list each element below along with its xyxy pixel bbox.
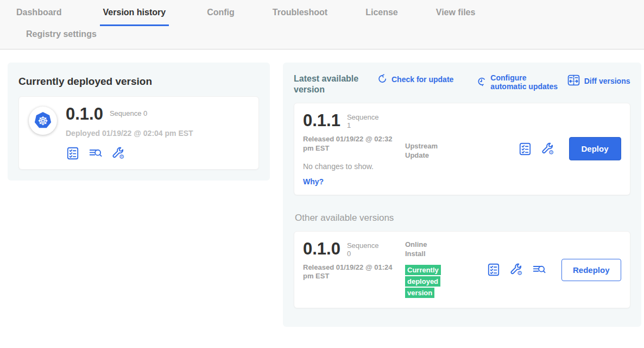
latest-available-header: Latest available version Check for updat… [294, 73, 630, 95]
svg-text:⚙: ⚙ [517, 270, 522, 277]
top-nav: Dashboard Version history Config Trouble… [0, 0, 644, 49]
svg-text:⚙: ⚙ [548, 149, 553, 156]
deployed-version-row: 0.1.0 Sequence 0 [66, 105, 193, 122]
other-version-number: 0.1.0 [303, 240, 340, 257]
tab-dashboard[interactable]: Dashboard [16, 8, 62, 26]
other-available-versions-title: Other available versions [295, 213, 630, 223]
deployed-sequence-label: Sequence 0 [110, 105, 147, 118]
tab-config[interactable]: Config [207, 8, 235, 26]
top-nav-row-1: Dashboard Version history Config Trouble… [16, 8, 644, 26]
latest-version-info: 0.1.1 Sequence 1 Released 01/19/22 @ 02:… [303, 112, 405, 186]
deploy-button[interactable]: Deploy [569, 137, 621, 160]
deployed-version-card: ☸ 0.1.0 Sequence 0 Deployed 01/19/22 @ 0… [18, 96, 259, 170]
upstream-update-label: Upstream Update [405, 142, 449, 160]
tab-license[interactable]: License [365, 8, 398, 26]
top-nav-row-2: Registry settings [16, 26, 644, 49]
latest-version-number: 0.1.1 [303, 112, 340, 129]
other-version-source: Online Install Currently deployed versio… [405, 240, 487, 299]
other-version-actions: ⚙ Redeploy [487, 259, 621, 281]
diff-icon [567, 73, 580, 89]
why-link[interactable]: Why? [303, 177, 405, 186]
latest-available-title: Latest available version [294, 73, 363, 95]
svg-text:☸: ☸ [37, 114, 48, 128]
config-wrench-gear-icon[interactable]: ⚙ [541, 142, 555, 156]
latest-sequence-label: Sequence 1 [347, 112, 383, 130]
deploy-logs-icon[interactable] [532, 263, 546, 277]
schedule-update-icon [476, 76, 487, 88]
deployed-version-number: 0.1.0 [66, 105, 103, 122]
other-version-card: 0.1.0 Sequence 0 Released 01/19/22 @ 01:… [294, 231, 630, 308]
svg-text:⚙: ⚙ [119, 153, 124, 160]
config-wrench-gear-icon[interactable]: ⚙ [509, 263, 523, 277]
tab-view-files[interactable]: View files [436, 8, 476, 26]
latest-version-card: 0.1.1 Sequence 1 Released 01/19/22 @ 02:… [294, 103, 630, 195]
config-wrench-gear-icon[interactable]: ⚙ [111, 146, 125, 160]
check-for-update-label: Check for update [392, 75, 453, 84]
currently-deployed-badge-wrap: Currently deployed version [405, 265, 444, 299]
other-sequence-label: Sequence 0 [347, 240, 383, 258]
preflight-checklist-icon[interactable] [487, 263, 501, 277]
tab-troubleshoot[interactable]: Troubleshoot [273, 8, 327, 26]
other-released-timestamp: Released 01/19/22 @ 01:24 pm EST [303, 263, 398, 282]
currently-deployed-badge: Currently deployed version [405, 265, 441, 298]
latest-released-timestamp: Released 01/19/22 @ 02:32 pm EST [303, 135, 398, 153]
diff-versions-label: Diff versions [584, 77, 630, 85]
refresh-ccw-icon [377, 73, 388, 85]
no-changes-text: No changes to show. [303, 162, 405, 171]
tab-version-history[interactable]: Version history [100, 8, 169, 26]
deploy-logs-icon[interactable] [89, 146, 103, 160]
preflight-checklist-icon[interactable] [518, 142, 532, 156]
configure-automatic-updates-link[interactable]: Configure automatic updates [476, 73, 561, 91]
latest-available-panel: Latest available version Check for updat… [283, 63, 641, 327]
currently-deployed-title: Currently deployed version [18, 76, 259, 88]
tab-registry-settings[interactable]: Registry settings [26, 29, 606, 39]
latest-version-source: Upstream Update [405, 112, 487, 186]
main-content: Currently deployed version ☸ 0.1.0 Seque… [0, 49, 644, 327]
preflight-checklist-icon[interactable] [66, 146, 80, 160]
redeploy-button[interactable]: Redeploy [561, 259, 621, 281]
deployed-action-icons: ⚙ [66, 146, 193, 160]
online-install-label: Online Install [405, 240, 449, 259]
diff-versions-link[interactable]: Diff versions [567, 73, 630, 89]
configure-automatic-updates-label: Configure automatic updates [490, 73, 561, 91]
latest-version-actions: ⚙ Deploy [518, 137, 621, 160]
deployed-timestamp: Deployed 01/19/22 @ 02:04 pm EST [66, 129, 193, 138]
other-version-info: 0.1.0 Sequence 0 Released 01/19/22 @ 01:… [303, 240, 405, 299]
deployed-version-details: 0.1.0 Sequence 0 Deployed 01/19/22 @ 02:… [66, 105, 193, 160]
check-for-update-link[interactable]: Check for update [377, 73, 453, 85]
currently-deployed-panel: Currently deployed version ☸ 0.1.0 Seque… [8, 63, 270, 181]
kubernetes-app-icon: ☸ [29, 107, 57, 135]
